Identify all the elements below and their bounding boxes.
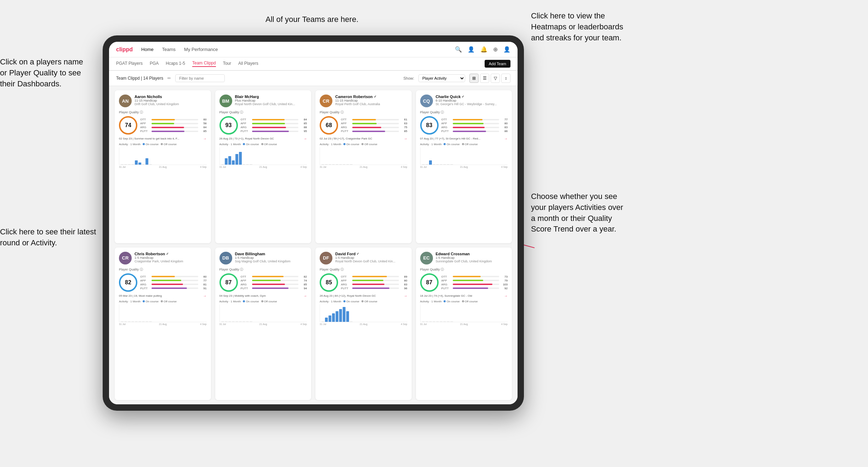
quality-score[interactable]: 87 xyxy=(420,273,439,292)
latest-round[interactable]: 02 Jul 23 | 59 (+17), Craigsimilar Park … xyxy=(320,137,407,141)
tabs-bar: PGAT Players PGA Hcaps 1-5 Team Clippd T… xyxy=(109,57,518,71)
quality-section: 74 OTT 60 APP 58 ARG 84 PUTT 85 xyxy=(119,116,207,135)
player-club: Royal North Devon Golf Club, United Kin.… xyxy=(235,102,307,106)
latest-round[interactable]: 02 Sep 23 | Sunrise round to get back in… xyxy=(119,137,207,141)
tab-tour[interactable]: Tour xyxy=(223,61,231,67)
annotation-bottom-right: Choose whether you seeyour players Activ… xyxy=(531,191,623,235)
quality-section: 82 OTT 60 APP 77 ARG 81 PUTT 91 xyxy=(119,273,207,292)
show-label: Show: xyxy=(403,76,414,80)
activity-section: Activity · 1 Month On course Off course … xyxy=(219,143,307,168)
latest-round[interactable]: 26 Aug 23 | 73 (+1), Royal North Devon G… xyxy=(219,137,307,141)
nav-logo: clippd xyxy=(116,46,133,53)
quality-section: 87 OTT 82 APP 74 ARG 85 PUTT 94 xyxy=(219,273,307,292)
activity-section: Activity · 1 Month On course Off course … xyxy=(119,143,207,168)
add-team-button[interactable]: Add Team xyxy=(485,60,510,68)
activity-section: Activity · 1 Month On course Off course … xyxy=(320,300,407,325)
player-club: Sog Maging Golf Club, United Kingdom xyxy=(235,260,307,263)
quality-score[interactable]: 83 xyxy=(420,116,439,135)
list-view-button[interactable]: ☰ xyxy=(480,74,489,83)
quality-score[interactable]: 74 xyxy=(119,116,137,135)
quality-score[interactable]: 68 xyxy=(320,116,338,135)
player-name[interactable]: Dave Billingham xyxy=(235,252,307,256)
player-card[interactable]: CR Cameron Robertson ✓ 11-15 Handicap Ro… xyxy=(315,90,412,243)
tab-hcaps[interactable]: Hcaps 1-5 xyxy=(166,61,185,67)
nav-item-performance[interactable]: My Performance xyxy=(184,47,218,52)
annotation-top-center: All of your Teams are here. xyxy=(265,14,359,25)
latest-round[interactable]: 18 Jul 23 | 74 (+4), Sunningdale GC - Ol… xyxy=(420,294,508,298)
player-name[interactable]: Charlie Quick ✓ xyxy=(436,95,508,99)
nav-right: 🔍 👤 🔔 ⊕ 👤 xyxy=(455,46,510,53)
player-handicap: 1-5 Handicap xyxy=(436,256,508,260)
show-select[interactable]: Player Activity Quality Score Trend xyxy=(418,74,465,82)
player-name[interactable]: Aaron Nicholls xyxy=(135,95,207,99)
player-name[interactable]: Cameron Robertson ✓ xyxy=(335,95,407,99)
player-handicap: 1-5 Handicap xyxy=(135,256,207,260)
activity-section: Activity · 1 Month On course Off course … xyxy=(420,300,508,325)
player-card[interactable]: DF David Ford ✓ 1-5 Handicap Royal North… xyxy=(315,247,412,400)
filter-button[interactable]: ▽ xyxy=(491,74,500,83)
player-name[interactable]: Edward Crossman xyxy=(436,252,508,256)
player-handicap: 1-5 Handicap xyxy=(235,256,307,260)
player-card[interactable]: BM Blair McHarg Plus Handicap Royal Nort… xyxy=(215,90,312,243)
view-icons: ⊞ ☰ ▽ ↕ xyxy=(469,74,510,83)
player-grid: AN Aaron Nicholls 11-15 Handicap Drift G… xyxy=(109,86,518,404)
activity-section: Activity · 1 Month On course Off course … xyxy=(420,143,508,168)
player-club: St. George's Hill GC - Weybridge - Surre… xyxy=(436,102,508,106)
nav-item-teams[interactable]: Teams xyxy=(162,47,176,52)
quality-score[interactable]: 87 xyxy=(219,273,238,292)
nav-bar: clippd Home Teams My Performance 🔍 👤 🔔 ⊕… xyxy=(109,42,518,57)
grid-view-button[interactable]: ⊞ xyxy=(469,74,479,83)
activity-section: Activity · 1 Month On course Off course … xyxy=(119,300,207,325)
latest-round[interactable]: 07 Aug 23 | 77 (+7), St George's Hill GC… xyxy=(420,137,508,141)
edit-icon[interactable]: ✏ xyxy=(167,76,171,81)
player-handicap: 11-15 Handicap xyxy=(135,99,207,102)
player-card[interactable]: CQ Charlie Quick ✓ 6-10 Handicap St. Geo… xyxy=(416,90,512,243)
annotation-top-left: Click on a players nameor Player Quality… xyxy=(0,57,83,89)
player-name[interactable]: David Ford ✓ xyxy=(335,252,407,256)
player-card[interactable]: DB Dave Billingham 1-5 Handicap Sog Magi… xyxy=(215,247,312,400)
activity-section: Activity · 1 Month On course Off course … xyxy=(219,300,307,325)
annotation-top-right: Click here to view theHeatmaps or leader… xyxy=(531,11,623,43)
player-club: Craigsimilar Park, United Kingdom xyxy=(135,260,207,263)
ipad-screen: clippd Home Teams My Performance 🔍 👤 🔔 ⊕… xyxy=(109,42,518,404)
quality-section: 85 OTT 89 APP 80 ARG 83 PUTT 96 xyxy=(320,273,407,292)
search-input[interactable] xyxy=(175,74,225,82)
tab-pgat[interactable]: PGAT Players xyxy=(116,61,143,67)
nav-item-home[interactable]: Home xyxy=(141,47,154,52)
quality-section: 93 OTT 84 APP 85 ARG 88 PUTT 95 xyxy=(219,116,307,135)
user-icon[interactable]: 👤 xyxy=(503,46,510,53)
quality-section: 87 OTT 73 APP 79 ARG 103 PUTT 92 xyxy=(420,273,508,292)
player-name[interactable]: Chris Robertson ✓ xyxy=(135,252,207,256)
team-label: Team Clippd | 14 Players xyxy=(116,76,163,81)
filter-bar: Team Clippd | 14 Players ✏ Show: Player … xyxy=(109,71,518,86)
player-card[interactable]: CR Chris Robertson ✓ 1-5 Handicap Craigs… xyxy=(115,247,211,400)
player-card[interactable]: AN Aaron Nicholls 11-15 Handicap Drift G… xyxy=(115,90,211,243)
settings-icon[interactable]: ⊕ xyxy=(493,46,498,53)
tab-team-clippd[interactable]: Team Clippd xyxy=(192,61,216,67)
player-handicap: 1-5 Handicap xyxy=(335,256,407,260)
player-name[interactable]: Blair McHarg xyxy=(235,95,307,99)
search-icon[interactable]: 🔍 xyxy=(455,46,462,53)
quality-score[interactable]: 82 xyxy=(119,273,137,292)
annotation-bottom-left: Click here to see their latestround or A… xyxy=(0,227,96,249)
latest-round[interactable]: 05 Mar 23 | 19, Must make putting → xyxy=(119,294,207,298)
quality-score[interactable]: 93 xyxy=(219,116,238,135)
latest-round[interactable]: 04 Sep 23 | Mobility with coach, Gym → xyxy=(219,294,307,298)
notification-icon[interactable]: 🔔 xyxy=(480,46,487,53)
player-card[interactable]: EC Edward Crossman 1-5 Handicap Sunningd… xyxy=(416,247,512,400)
player-club: Royal Perth Golf Club, Australia xyxy=(335,102,407,106)
player-handicap: 11-15 Handicap xyxy=(335,99,407,102)
latest-round[interactable]: 26 Aug 23 | 84 (+12), Royal North Devon … xyxy=(320,294,407,298)
tab-all-players[interactable]: All Players xyxy=(238,61,258,67)
quality-section: 68 OTT 61 APP 63 ARG 75 PUTT 85 xyxy=(320,116,407,135)
ipad-frame: clippd Home Teams My Performance 🔍 👤 🔔 ⊕… xyxy=(103,35,524,411)
quality-section: 83 OTT 77 APP 80 ARG 83 PUTT 86 xyxy=(420,116,508,135)
quality-score[interactable]: 85 xyxy=(320,273,338,292)
player-club: Royal North Devon Golf Club, United Kin.… xyxy=(335,260,407,263)
sort-button[interactable]: ↕ xyxy=(501,74,510,83)
player-handicap: 6-10 Handicap xyxy=(436,99,508,102)
profile-icon[interactable]: 👤 xyxy=(468,46,475,53)
activity-section: Activity · 1 Month On course Off course … xyxy=(320,143,407,168)
player-handicap: Plus Handicap xyxy=(235,99,307,102)
tab-pga[interactable]: PGA xyxy=(150,61,159,67)
